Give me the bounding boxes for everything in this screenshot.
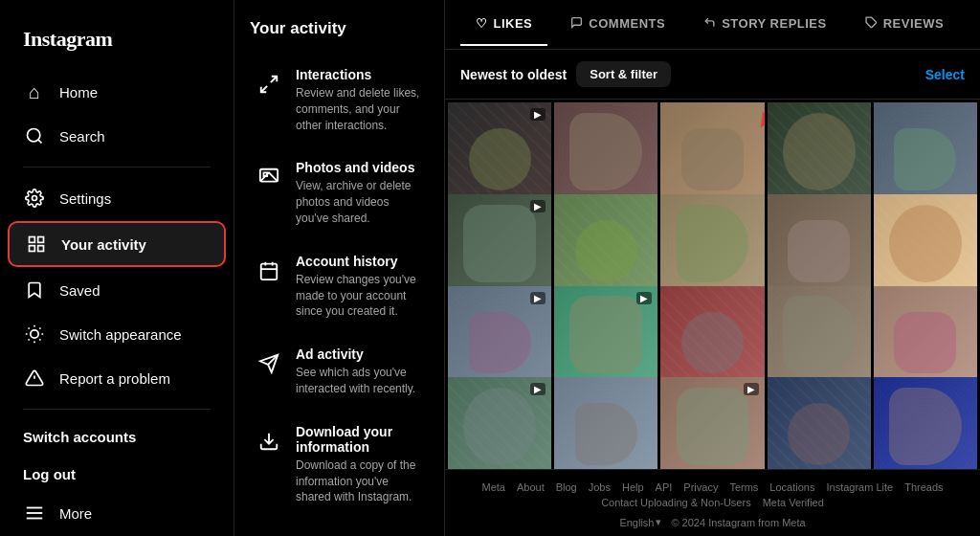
sidebar-item-saved-label: Saved xyxy=(59,282,100,299)
sidebar-item-home[interactable]: ⌂ Home xyxy=(8,71,226,113)
photo-cell[interactable]: ▶ xyxy=(448,102,551,206)
download-title: Download your information xyxy=(296,424,425,455)
settings-icon xyxy=(23,187,46,210)
story-replies-tab-icon xyxy=(703,16,716,32)
sidebar-item-saved[interactable]: Saved xyxy=(8,269,226,311)
video-overlay-icon: ▶ xyxy=(636,292,652,304)
tab-comments[interactable]: COMMENTS xyxy=(555,3,680,47)
tab-likes[interactable]: ♡ LIKES xyxy=(460,3,547,46)
sidebar-item-settings[interactable]: Settings xyxy=(8,177,226,219)
right-panel: ♡ LIKES COMMENTS xyxy=(445,0,980,536)
activity-download[interactable]: Download your information Download a cop… xyxy=(238,411,440,519)
svg-line-10 xyxy=(29,328,30,329)
photo-cell[interactable]: ▶ xyxy=(448,377,551,469)
footer-bottom: English ▾ © 2024 Instagram from Meta xyxy=(460,516,965,528)
tab-story-replies[interactable]: STORY REPLIES xyxy=(688,3,842,47)
tab-reviews-label: REVIEWS xyxy=(883,16,944,31)
sidebar-item-your-activity[interactable]: Your activity xyxy=(8,221,226,267)
language-label: English xyxy=(619,517,654,528)
photo-cell[interactable]: ▶ xyxy=(554,286,657,390)
video-overlay-icon: ▶ xyxy=(530,383,546,395)
photos-videos-title: Photos and videos xyxy=(296,160,425,175)
photo-cell[interactable] xyxy=(554,377,657,469)
photo-cell[interactable] xyxy=(874,102,977,206)
photo-cell[interactable] xyxy=(768,377,871,469)
account-history-icon xyxy=(254,256,284,286)
sidebar-log-out[interactable]: Log out xyxy=(8,457,226,492)
appearance-icon xyxy=(23,323,46,346)
svg-line-15 xyxy=(39,328,40,329)
sort-filter-button[interactable]: Sort & filter xyxy=(576,61,671,87)
video-overlay-icon: ▶ xyxy=(530,200,546,212)
account-history-desc: Review changes you've made to your accou… xyxy=(296,272,425,320)
tab-likes-label: LIKES xyxy=(494,16,533,31)
footer-link[interactable]: Meta Verified xyxy=(763,497,824,508)
photo-cell[interactable] xyxy=(660,286,764,390)
photo-cell[interactable] xyxy=(768,194,871,298)
video-overlay-icon: ▶ xyxy=(530,108,546,121)
activity-interactions[interactable]: Interactions Review and delete likes, co… xyxy=(238,54,440,146)
footer-link[interactable]: Locations xyxy=(769,481,814,493)
instagram-logo: Instagram xyxy=(8,15,226,71)
sort-label[interactable]: Newest to oldest xyxy=(460,67,567,82)
photo-cell[interactable] xyxy=(874,286,977,390)
photo-cell[interactable]: ▶ xyxy=(448,286,551,390)
activity-account-history[interactable]: Account history Review changes you've ma… xyxy=(238,240,440,333)
interactions-icon xyxy=(254,69,284,100)
photo-cell[interactable] xyxy=(660,194,764,298)
svg-rect-4 xyxy=(38,237,44,243)
footer-link[interactable]: Instagram Lite xyxy=(826,481,893,493)
photo-cell[interactable] xyxy=(554,194,657,298)
photo-cell[interactable] xyxy=(554,102,657,206)
photo-cell[interactable] xyxy=(874,377,977,469)
sidebar-item-report[interactable]: Report a problem xyxy=(8,357,226,399)
sidebar-item-switch-appearance[interactable]: Switch appearance xyxy=(8,313,226,355)
report-icon xyxy=(23,367,46,390)
footer-link[interactable]: Threads xyxy=(904,481,943,493)
main-content: Your activity Interactions Review and de… xyxy=(234,0,980,536)
video-overlay-icon: ▶ xyxy=(530,292,546,304)
photo-cell[interactable] xyxy=(874,194,977,298)
photo-cell[interactable]: ▶ xyxy=(660,377,764,469)
download-icon xyxy=(254,426,284,457)
activity-ad[interactable]: Ad activity See which ads you've interac… xyxy=(238,333,440,411)
sidebar-item-search-label: Search xyxy=(59,128,105,145)
footer-link[interactable]: About xyxy=(517,481,545,493)
footer-link[interactable]: Privacy xyxy=(683,481,718,493)
more-label: More xyxy=(59,505,92,522)
ad-desc: See which ads you've interacted with rec… xyxy=(296,365,425,397)
footer-link[interactable]: Help xyxy=(622,481,644,493)
comments-tab-icon xyxy=(570,16,583,32)
footer-link[interactable]: Meta xyxy=(481,481,504,493)
photo-cell[interactable] xyxy=(768,286,871,390)
sidebar-more-button[interactable]: More xyxy=(8,492,226,534)
svg-rect-5 xyxy=(38,246,44,252)
svg-line-21 xyxy=(271,77,277,82)
footer-link[interactable]: Blog xyxy=(556,481,577,493)
tab-reviews[interactable]: REVIEWS xyxy=(850,3,959,47)
svg-rect-3 xyxy=(30,237,35,243)
sidebar-item-search[interactable]: Search xyxy=(8,115,226,157)
filter-bar: Newest to oldest Sort & filter Select xyxy=(445,50,980,100)
photo-cell[interactable]: ▶ xyxy=(448,194,551,298)
footer-link[interactable]: Jobs xyxy=(589,481,611,493)
svg-line-22 xyxy=(261,86,267,92)
footer-link[interactable]: Terms xyxy=(729,481,758,493)
select-button[interactable]: Select xyxy=(925,67,965,82)
svg-point-7 xyxy=(31,330,38,338)
interactions-title: Interactions xyxy=(296,67,425,82)
tab-story-replies-label: STORY REPLIES xyxy=(722,16,827,31)
footer-link[interactable]: Contact Uploading & Non-Users xyxy=(601,497,751,508)
svg-rect-25 xyxy=(261,263,278,279)
language-selector[interactable]: English ▾ xyxy=(619,516,661,528)
more-icon xyxy=(23,502,46,525)
footer-link[interactable]: API xyxy=(656,481,673,493)
photo-cell[interactable] xyxy=(768,102,871,206)
sidebar-switch-accounts[interactable]: Switch accounts xyxy=(8,419,226,455)
activity-icon xyxy=(25,233,48,256)
activity-photos-videos[interactable]: Photos and videos View, archive or delet… xyxy=(238,146,440,239)
reviews-tab-icon xyxy=(865,16,878,32)
chevron-down-icon: ▾ xyxy=(656,516,661,528)
photo-cell[interactable] xyxy=(660,102,764,206)
tabs-bar: ♡ LIKES COMMENTS xyxy=(445,0,980,50)
